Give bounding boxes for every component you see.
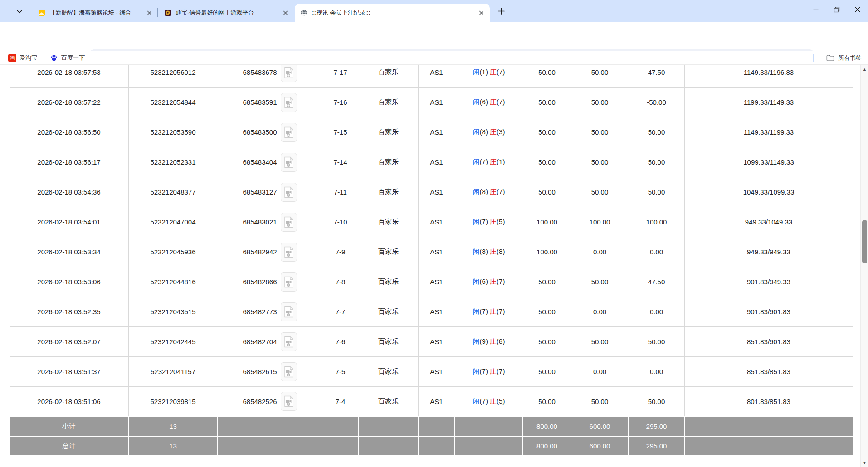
player-label: 闲: [473, 367, 480, 375]
summary-empty-cell: [322, 417, 359, 436]
player-label: 闲: [473, 218, 480, 225]
tab-title: 【新提醒】海燕策略论坛 - 综合: [49, 9, 141, 17]
cell-win-loss: 47.50: [629, 267, 684, 297]
scrollbar-thumb[interactable]: [862, 220, 867, 263]
cell-bet-time: 2026-02-18 03:56:17: [10, 147, 128, 177]
tab-close-icon[interactable]: [281, 9, 289, 17]
cell-game-id: 685482866: [218, 267, 322, 297]
cell-win-loss: 50.00: [629, 177, 684, 207]
cell-bet-amount: 50.00: [523, 65, 571, 88]
tab-close-icon[interactable]: [145, 9, 153, 17]
tab-close-icon[interactable]: [477, 9, 485, 17]
cell-game-id: 685482526: [218, 387, 322, 417]
cell-balance: 1049.33/1099.33: [684, 177, 853, 207]
bookmark-label: 百度一下: [61, 54, 85, 62]
video-record-icon[interactable]: [281, 213, 297, 232]
cell-win-loss: 50.00: [629, 117, 684, 147]
banker-score: (1): [497, 158, 505, 165]
cell-balance: 801.83/851.83: [684, 387, 853, 417]
summary-empty-cell: [684, 436, 853, 456]
cell-result: 闲(1) 庄(7): [455, 65, 523, 88]
banker-label: 庄: [490, 397, 497, 405]
cell-game-type: 百家乐: [359, 327, 418, 357]
video-record-icon[interactable]: [281, 93, 297, 112]
subtotal-row: 小计13800.00600.00295.00: [10, 417, 853, 436]
cell-result: 闲(7) 庄(5): [455, 207, 523, 237]
cell-bet-id: 523212048377: [128, 177, 218, 207]
cell-valid-amount: 50.00: [571, 267, 629, 297]
cell-bet-id: 523212041157: [128, 357, 218, 387]
cell-bet-amount: 100.00: [523, 207, 571, 237]
browser-tab-1[interactable]: 【新提醒】海燕策略论坛 - 综合: [33, 4, 158, 22]
cell-table-no: 7-15: [322, 117, 359, 147]
game-id-text: 685482704: [243, 338, 277, 345]
browser-tab-3-active[interactable]: :::视讯 会员下注纪录:::: [295, 4, 490, 22]
close-window-button[interactable]: [847, 0, 868, 19]
cell-table-no: 7-9: [322, 237, 359, 267]
table-row: 2026-02-18 03:53:06523212044816685482866…: [10, 267, 853, 297]
player-label: 闲: [473, 337, 480, 345]
table-row: 2026-02-18 03:53:34523212045936685482942…: [10, 237, 853, 267]
cell-bet-id: 523212056012: [128, 65, 218, 88]
cell-result: 闲(7) 庄(7): [455, 297, 523, 327]
summary-valid-total: 600.00: [571, 436, 629, 456]
bookmark-item-2[interactable]: 百度一下: [47, 52, 88, 63]
video-record-icon[interactable]: [281, 153, 297, 172]
summary-bet-total: 800.00: [523, 417, 571, 436]
cell-table-no: 7-17: [322, 65, 359, 88]
banker-score: (7): [497, 367, 505, 375]
cell-bet-amount: 50.00: [523, 297, 571, 327]
cell-game-id: 685483021: [218, 207, 322, 237]
video-record-icon[interactable]: [281, 332, 297, 351]
video-record-icon[interactable]: [281, 392, 297, 411]
new-tab-button[interactable]: [495, 5, 507, 17]
forum-yellow-favicon-icon: [38, 9, 45, 16]
game-id-text: 685483500: [243, 128, 277, 136]
video-record-icon[interactable]: [281, 272, 297, 292]
window-controls: [805, 0, 868, 22]
cell-account: AS1: [418, 88, 455, 117]
cell-game-id: 685482704: [218, 327, 322, 357]
cell-bet-amount: 50.00: [523, 327, 571, 357]
cell-valid-amount: 100.00: [571, 207, 629, 237]
video-record-icon[interactable]: [281, 302, 297, 321]
game-id-text: 685483591: [243, 98, 277, 106]
cell-bet-time: 2026-02-18 03:52:07: [10, 327, 128, 357]
cell-valid-amount: 50.00: [571, 387, 629, 417]
restore-button[interactable]: [826, 0, 847, 19]
cell-valid-amount: 50.00: [571, 88, 629, 117]
player-score: (7): [480, 367, 488, 375]
scroll-down-icon[interactable]: ▼: [861, 459, 868, 467]
video-record-icon[interactable]: [281, 123, 297, 142]
page-scrollbar[interactable]: ▲ ▼: [860, 65, 868, 467]
video-record-icon[interactable]: [281, 362, 297, 381]
browser-tab-2[interactable]: 通宝-信誉最好的网上游戏平台: [159, 4, 294, 22]
bookmark-item-1[interactable]: 淘爱淘宝: [5, 52, 40, 63]
player-label: 闲: [473, 397, 480, 405]
minimize-button[interactable]: [805, 0, 826, 19]
cell-win-loss: 50.00: [629, 387, 684, 417]
tab-strip: 【新提醒】海燕策略论坛 - 综合通宝-信誉最好的网上游戏平台:::视讯 会员下注…: [0, 0, 868, 22]
video-record-icon[interactable]: [281, 243, 297, 262]
cell-bet-id: 523212043515: [128, 297, 218, 327]
cell-balance: 851.83/901.83: [684, 327, 853, 357]
page-content: 2026-02-18 03:57:53523212056012685483678…: [0, 65, 868, 467]
summary-winloss-total: 295.00: [629, 436, 684, 456]
video-record-icon[interactable]: [281, 183, 297, 202]
video-record-icon[interactable]: [281, 65, 297, 82]
tab-search-chevron-icon[interactable]: [14, 5, 25, 17]
cell-bet-amount: 50.00: [523, 357, 571, 387]
cell-account: AS1: [418, 297, 455, 327]
scroll-up-icon[interactable]: ▲: [861, 66, 868, 73]
cell-table-no: 7-11: [322, 177, 359, 207]
banker-label: 庄: [490, 337, 497, 345]
cell-balance: 1199.33/1149.33: [684, 88, 853, 117]
cell-valid-amount: 0.00: [571, 297, 629, 327]
banker-label: 庄: [490, 307, 497, 315]
cell-bet-amount: 50.00: [523, 117, 571, 147]
cell-win-loss: 50.00: [629, 147, 684, 177]
cell-result: 闲(8) 庄(7): [455, 177, 523, 207]
all-bookmarks-button[interactable]: 所有书签: [824, 52, 864, 63]
game-id-text: 685482866: [243, 278, 277, 286]
summary-label: 小计: [10, 417, 128, 436]
